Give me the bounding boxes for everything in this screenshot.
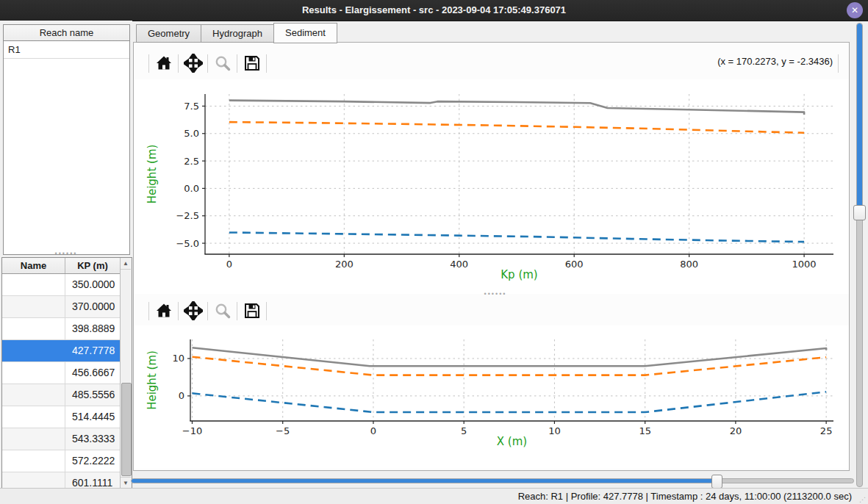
svg-text:0: 0 (179, 390, 184, 401)
svg-text:5.0: 5.0 (184, 128, 199, 139)
tab-panel-sediment: (x = 170.2273, y = -2.3436) 020040060080… (133, 42, 850, 471)
column-header-name[interactable]: Name (2, 258, 65, 273)
svg-text:200: 200 (335, 259, 354, 270)
pan-button[interactable] (183, 301, 203, 321)
table-scrollbar[interactable]: ▲ ▼ (120, 258, 132, 489)
name-cell[interactable] (2, 472, 65, 489)
toolbar-separator (178, 54, 179, 73)
scroll-up-icon[interactable]: ▲ (121, 258, 131, 270)
name-cell[interactable] (2, 318, 65, 339)
profile-table[interactable]: Name KP (m) 350.0000370.0000398.8889427.… (1, 257, 132, 489)
plot-toolbar-bottom (134, 298, 849, 324)
plots-splitter-handle[interactable]: •••••• (455, 292, 536, 296)
name-cell[interactable] (2, 384, 65, 406)
save-icon (243, 302, 261, 320)
table-row[interactable]: 601.1111 (2, 472, 132, 489)
kp-cell[interactable]: 601.1111 (65, 472, 126, 489)
profile-table-header: Name KP (m) (2, 258, 132, 274)
name-cell[interactable] (2, 406, 65, 428)
time-slider[interactable] (131, 474, 854, 487)
table-row[interactable]: 456.6667 (2, 362, 132, 384)
scrollbar-thumb[interactable] (121, 383, 132, 477)
tab-sediment[interactable]: Sediment (273, 23, 337, 43)
y-axis-label: Height (m) (146, 350, 159, 410)
kp-cell[interactable]: 370.0000 (65, 296, 126, 317)
svg-text:−2.5: −2.5 (176, 210, 199, 221)
table-row[interactable]: 572.2222 (2, 450, 132, 472)
column-header-kp[interactable]: KP (m) (65, 258, 120, 273)
table-row[interactable]: 350.0000 (2, 274, 132, 296)
cross-section-plot-canvas[interactable]: −10−50510152025100X (m)Height (m) (134, 325, 849, 469)
results-window: Results - Elargissement - src - 2023-09-… (0, 0, 868, 504)
kp-cell[interactable]: 514.4445 (65, 406, 126, 428)
kp-cell[interactable]: 572.2222 (65, 450, 126, 472)
y-axis-label: Height (m) (146, 145, 159, 204)
save-button[interactable] (242, 54, 262, 73)
kp-cell[interactable]: 350.0000 (65, 274, 126, 295)
svg-text:5: 5 (461, 425, 467, 436)
table-row[interactable]: 370.0000 (2, 296, 132, 318)
zoom-button[interactable] (212, 54, 232, 73)
name-cell[interactable] (2, 362, 65, 384)
reach-list[interactable]: Reach name R1 (3, 24, 130, 255)
table-row[interactable]: 427.7778 (2, 340, 132, 362)
svg-text:0: 0 (370, 425, 376, 436)
toolbar-separator (237, 302, 237, 320)
toolbar-separator (178, 302, 179, 320)
vertical-slider-groove[interactable] (856, 23, 863, 487)
kp-profile-plot-canvas[interactable]: 020040060080010007.55.02.50.0−2.5−5.0Kp … (134, 79, 849, 294)
svg-text:0: 0 (226, 259, 232, 270)
vertical-slider-handle[interactable] (853, 205, 866, 220)
tab-hydrograph[interactable]: Hydrograph (201, 24, 273, 43)
kp-cell[interactable]: 543.3333 (65, 428, 126, 450)
blue-dashed-line (192, 392, 826, 412)
name-cell[interactable] (2, 340, 65, 361)
close-button[interactable]: ✕ (847, 2, 863, 18)
title-bar[interactable]: Results - Elargissement - src - 2023-09-… (0, 0, 868, 21)
pan-button[interactable] (183, 54, 203, 73)
sidebar-splitter-handle[interactable]: •••••• (29, 252, 103, 256)
kp-cell[interactable]: 485.5556 (65, 384, 126, 406)
resize-grip[interactable]: ⋰ (859, 496, 867, 503)
name-cell[interactable] (2, 450, 65, 472)
gray-solid-line (192, 348, 826, 366)
time-slider-groove[interactable] (131, 478, 854, 483)
zoom-button[interactable] (212, 301, 232, 321)
table-row[interactable]: 398.8889 (2, 318, 132, 340)
kp-cell[interactable]: 427.7778 (65, 340, 126, 361)
name-cell[interactable] (2, 428, 65, 450)
table-row[interactable]: 543.3333 (2, 428, 132, 450)
reach-list-item[interactable]: R1 (4, 41, 129, 59)
x-axis-label: Kp (m) (501, 268, 537, 281)
time-slider-handle[interactable] (711, 475, 722, 489)
scroll-down-icon[interactable]: ▼ (121, 477, 131, 489)
home-button[interactable] (154, 301, 173, 321)
axes: −10−50510152025100 (172, 339, 833, 436)
kp-cell[interactable]: 456.6667 (65, 362, 126, 384)
svg-text:0.0: 0.0 (184, 183, 199, 194)
table-row[interactable]: 485.5556 (2, 384, 132, 406)
svg-text:25: 25 (820, 425, 833, 436)
x-axis-label: X (m) (497, 435, 527, 448)
vertical-slider[interactable] (850, 21, 868, 488)
status-bar: Reach: R1 | Profile: 427.7778 | Timestam… (0, 488, 868, 504)
blue-dashed-line (229, 232, 804, 242)
save-icon (243, 54, 261, 72)
name-cell[interactable] (2, 296, 65, 317)
name-cell[interactable] (2, 274, 65, 295)
svg-text:−5: −5 (276, 425, 290, 436)
toolbar-separator (266, 302, 267, 320)
profile-table-body: 350.0000370.0000398.8889427.7778456.6667… (2, 274, 132, 489)
tab-geometry[interactable]: Geometry (136, 24, 201, 43)
save-button[interactable] (242, 301, 262, 321)
orange-dashed-line (229, 122, 804, 133)
toolbar-separator (207, 302, 208, 320)
home-button[interactable] (154, 54, 173, 73)
kp-cell[interactable]: 398.8889 (65, 318, 126, 339)
gridlines (190, 339, 833, 421)
pan-icon (184, 54, 203, 73)
table-row[interactable]: 514.4445 (2, 406, 132, 428)
svg-text:10: 10 (172, 353, 184, 364)
svg-text:400: 400 (450, 259, 468, 270)
svg-text:10: 10 (548, 425, 561, 436)
